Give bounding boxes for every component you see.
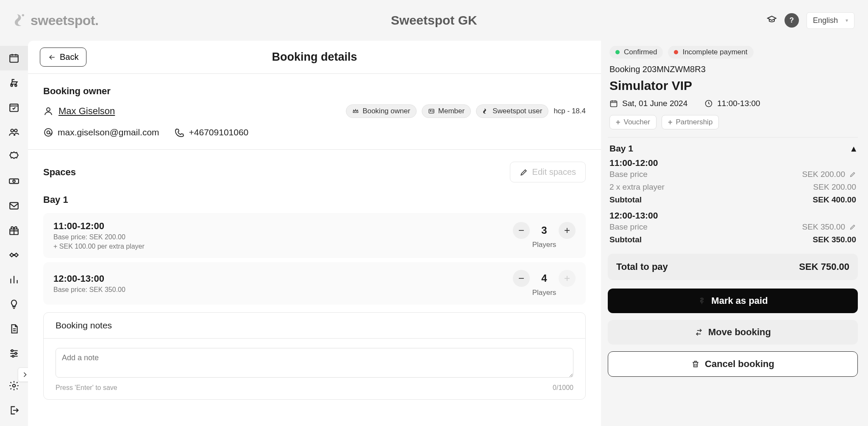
svg-rect-16 <box>429 109 434 113</box>
spaces-header: Spaces Edit spaces <box>28 150 601 187</box>
clock-icon <box>704 99 713 108</box>
summary-panel: Confirmed Incomplete payment Booking 203… <box>608 41 858 426</box>
move-booking-button[interactable]: Move booking <box>608 320 858 345</box>
chevron-down-icon: ▾ <box>846 17 848 23</box>
decrease-players-button[interactable]: − <box>513 270 530 287</box>
cancel-booking-button[interactable]: Cancel booking <box>608 351 858 377</box>
sidebar-handshake[interactable] <box>0 243 28 267</box>
svg-point-2 <box>11 84 12 86</box>
svg-rect-4 <box>10 104 18 111</box>
dot-green-icon <box>615 50 620 54</box>
booking-notes-card: Booking notes Press 'Enter' to save 0/10… <box>43 312 586 400</box>
svg-point-6 <box>14 129 17 132</box>
subtotal-label: Subtotal <box>609 195 642 205</box>
brand-text: sweetspot. <box>31 13 98 28</box>
pencil-icon[interactable] <box>849 224 856 230</box>
mark-as-paid-button[interactable]: Mark as paid <box>608 289 858 313</box>
app-title: Sweetspot GK <box>391 13 477 28</box>
booking-time: 11:00-13:00 <box>704 99 760 108</box>
sidebar-badge[interactable] <box>0 144 28 169</box>
increase-players-button[interactable]: + <box>559 222 576 239</box>
notes-counter: 0/1000 <box>553 384 573 392</box>
id-card-icon <box>428 108 435 115</box>
sidebar-stats[interactable] <box>0 267 28 292</box>
add-voucher-button[interactable]: + Voucher <box>609 115 657 129</box>
status-confirmed: Confirmed <box>609 46 663 59</box>
svg-point-19 <box>47 131 50 134</box>
sidebar <box>0 41 28 426</box>
sidebar-sliders[interactable] <box>0 341 28 366</box>
total-row: Total to pay SEK 750.00 <box>608 254 858 280</box>
help-icon[interactable]: ? <box>785 13 799 28</box>
slot-time: 12:00-13:00 <box>53 273 125 284</box>
pencil-icon <box>520 168 528 177</box>
svg-point-17 <box>430 110 431 112</box>
owner-name-link[interactable]: Max Giselson <box>58 106 115 117</box>
sidebar-people[interactable] <box>0 120 28 144</box>
line-value: SEK 200.00 <box>813 182 856 192</box>
calendar-icon <box>609 99 618 108</box>
sidebar-page[interactable] <box>0 317 28 341</box>
svg-rect-1 <box>10 55 18 62</box>
notes-input[interactable] <box>56 348 573 378</box>
owner-phone: +46709101060 <box>175 127 249 137</box>
subtotal-label: Subtotal <box>609 235 642 244</box>
page-title: Booking details <box>272 50 357 64</box>
slot-row: 12:00-13:00 Base price: SEK 350.00 − 4 +… <box>43 262 586 305</box>
svg-point-18 <box>45 129 52 136</box>
svg-point-8 <box>13 180 15 182</box>
sidebar-logout[interactable] <box>0 398 28 423</box>
svg-point-15 <box>47 108 50 111</box>
player-stepper: − 4 + Players <box>513 270 576 297</box>
language-select[interactable]: English ▾ <box>807 12 854 29</box>
booking-owner-title: Booking owner <box>43 86 586 97</box>
summary-bay-title: Bay 1 <box>609 143 633 154</box>
sidebar-mail[interactable] <box>0 193 28 218</box>
language-label: English <box>813 16 838 25</box>
person-icon <box>43 106 53 116</box>
svg-point-0 <box>22 14 24 16</box>
sidebar-schedule[interactable] <box>0 95 28 120</box>
sidebar-calendar[interactable] <box>0 46 28 70</box>
plus-icon: + <box>616 118 620 126</box>
sidebar-golf-cart[interactable] <box>0 70 28 95</box>
booking-date: Sat, 01 June 2024 <box>609 99 687 108</box>
slot-row: 11:00-12:00 Base price: SEK 200.00 + SEK… <box>43 213 586 258</box>
sidebar-bulb[interactable] <box>0 292 28 317</box>
product-name: Simulator VIP <box>608 78 858 93</box>
swap-icon <box>695 328 703 336</box>
sweetspot-mark-icon <box>14 13 26 28</box>
edit-spaces-button[interactable]: Edit spaces <box>510 162 586 182</box>
line-label: Base price <box>609 170 648 179</box>
player-count: 4 <box>539 272 549 284</box>
topbar: sweetspot. Sweetspot GK ? English ▾ <box>0 0 868 41</box>
academy-icon[interactable] <box>767 14 777 27</box>
sidebar-cash[interactable] <box>0 169 28 193</box>
brand-logo: sweetspot. <box>14 13 98 28</box>
collapse-icon[interactable]: ▴ <box>851 143 856 154</box>
owner-email: max.giselson@gmail.com <box>43 127 159 137</box>
hcp-value: hcp - 18.4 <box>554 107 586 115</box>
trash-icon <box>691 360 700 368</box>
status-incomplete-payment: Incomplete payment <box>668 46 753 59</box>
svg-point-5 <box>11 129 14 132</box>
booking-id: Booking 203MNZWM8R3 <box>608 64 858 74</box>
slot-time: 11:00-12:00 <box>53 221 145 232</box>
sidebar-gift[interactable] <box>0 218 28 243</box>
increase-players-button: + <box>559 270 576 287</box>
pill-sweetspot-user: Sweetspot user <box>476 104 548 118</box>
svg-point-14 <box>13 384 16 387</box>
main-header: Back Booking details <box>28 41 601 74</box>
add-partnership-button[interactable]: + Partnership <box>662 115 719 129</box>
line-value: SEK 200.00 <box>802 170 845 179</box>
back-button[interactable]: Back <box>40 48 86 67</box>
booking-owner-section: Booking owner Max Giselson Booking owner… <box>28 74 601 149</box>
decrease-players-button[interactable]: − <box>513 222 530 239</box>
line-label: Base price <box>609 222 648 232</box>
spaces-title: Spaces <box>43 167 76 178</box>
notes-hint: Press 'Enter' to save <box>56 384 117 392</box>
svg-point-11 <box>11 350 13 351</box>
total-label: Total to pay <box>616 261 668 272</box>
pencil-icon[interactable] <box>849 171 856 178</box>
summary-time-heading: 11:00-12:00 <box>608 158 858 168</box>
